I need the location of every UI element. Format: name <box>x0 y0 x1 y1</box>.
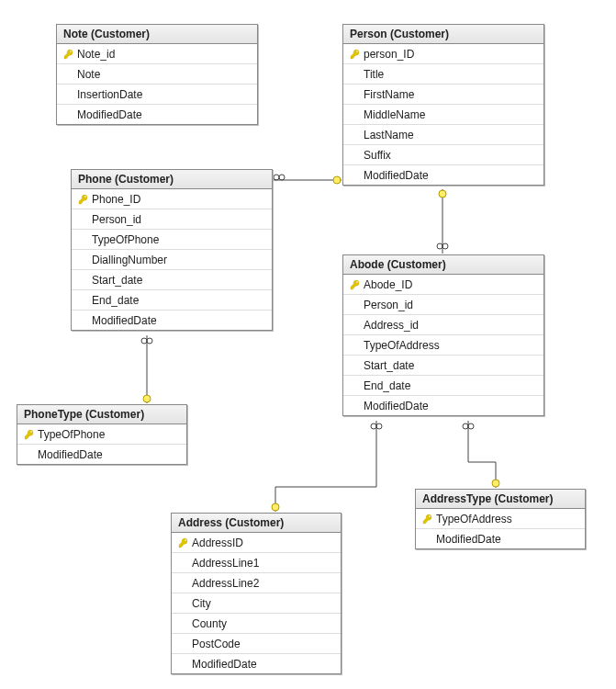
svg-point-3 <box>439 190 446 198</box>
primary-key-icon <box>75 194 92 205</box>
primary-key-icon <box>420 514 436 525</box>
column-name: TypeOfAddress <box>436 513 512 525</box>
column-row[interactable]: MiddleName <box>343 105 543 125</box>
column-row[interactable]: Title <box>343 64 543 85</box>
column-name: Start_date <box>364 359 414 372</box>
entity-note[interactable]: Note (Customer)Note_idNoteInsertionDateM… <box>56 24 258 125</box>
column-row[interactable]: Person_id <box>343 295 543 315</box>
column-name: TypeOfPhone <box>38 428 105 441</box>
column-name: End_date <box>364 379 410 392</box>
svg-point-2 <box>333 176 341 184</box>
svg-point-10 <box>376 424 382 429</box>
column-name: AddressLine2 <box>192 577 259 590</box>
entity-title: PhoneType (Customer) <box>17 405 186 424</box>
column-name: PostCode <box>192 638 241 650</box>
column-name: ModifiedDate <box>364 169 429 182</box>
entity-abode[interactable]: Abode (Customer)Abode_IDPerson_idAddress… <box>342 254 544 416</box>
column-row[interactable]: Note_id <box>57 44 257 64</box>
column-row[interactable]: DiallingNumber <box>72 250 272 270</box>
entity-title: Phone (Customer) <box>72 170 272 189</box>
column-name: Suffix <box>364 149 391 162</box>
column-row[interactable]: TypeOfPhone <box>17 424 186 445</box>
column-name: Abode_ID <box>364 278 412 291</box>
column-row[interactable]: ModifiedDate <box>57 105 257 124</box>
svg-point-0 <box>274 175 279 180</box>
column-row[interactable]: Person_id <box>72 209 272 230</box>
column-row[interactable]: AddressID <box>172 533 341 553</box>
column-name: City <box>192 597 211 610</box>
svg-point-12 <box>463 424 468 429</box>
svg-point-7 <box>147 338 152 344</box>
column-name: Address_id <box>364 319 419 332</box>
primary-key-icon <box>21 429 38 440</box>
column-name: person_ID <box>364 48 414 61</box>
column-row[interactable]: LastName <box>343 125 543 145</box>
column-name: ModifiedDate <box>436 533 501 546</box>
column-row[interactable]: Address_id <box>343 315 543 335</box>
svg-point-1 <box>279 175 285 180</box>
column-name: ModifiedDate <box>192 658 257 671</box>
primary-key-icon <box>175 537 192 548</box>
column-row[interactable]: Note <box>57 64 257 85</box>
column-name: Person_id <box>92 213 141 226</box>
column-name: AddressID <box>192 537 243 549</box>
column-name: InsertionDate <box>77 88 142 101</box>
column-row[interactable]: ModifiedDate <box>72 311 272 330</box>
column-row[interactable]: ModifiedDate <box>17 445 186 464</box>
column-row[interactable]: End_date <box>72 290 272 311</box>
column-row[interactable]: ModifiedDate <box>343 396 543 415</box>
column-name: TypeOfPhone <box>92 233 159 246</box>
column-name: Person_id <box>364 299 413 311</box>
svg-point-9 <box>371 424 376 429</box>
column-name: ModifiedDate <box>77 108 142 121</box>
column-row[interactable]: ModifiedDate <box>343 165 543 185</box>
column-name: ModifiedDate <box>38 448 103 461</box>
column-row[interactable]: AddressLine1 <box>172 553 341 573</box>
column-row[interactable]: TypeOfPhone <box>72 230 272 250</box>
svg-point-14 <box>492 480 499 487</box>
entity-phone[interactable]: Phone (Customer)Phone_IDPerson_idTypeOfP… <box>71 169 273 331</box>
column-row[interactable]: Phone_ID <box>72 189 272 209</box>
column-row[interactable]: InsertionDate <box>57 85 257 105</box>
svg-point-8 <box>143 395 151 402</box>
column-row[interactable]: AddressLine2 <box>172 573 341 593</box>
svg-point-6 <box>141 338 147 344</box>
entity-person[interactable]: Person (Customer)person_IDTitleFirstName… <box>342 24 544 186</box>
column-row[interactable]: TypeOfAddress <box>416 509 585 529</box>
column-row[interactable]: Start_date <box>343 356 543 376</box>
column-name: ModifiedDate <box>364 400 429 412</box>
column-row[interactable]: Start_date <box>72 270 272 290</box>
entity-title: Note (Customer) <box>57 25 257 44</box>
entity-phonetype[interactable]: PhoneType (Customer)TypeOfPhoneModifiedD… <box>17 404 187 465</box>
svg-point-4 <box>437 243 442 249</box>
primary-key-icon <box>347 49 364 60</box>
column-name: Phone_ID <box>92 193 140 206</box>
column-name: Title <box>364 68 384 81</box>
column-name: FirstName <box>364 88 414 101</box>
column-row[interactable]: End_date <box>343 376 543 396</box>
column-row[interactable]: PostCode <box>172 634 341 654</box>
svg-point-5 <box>442 243 448 249</box>
column-name: MiddleName <box>364 108 425 121</box>
column-row[interactable]: Suffix <box>343 145 543 165</box>
entity-title: AddressType (Customer) <box>416 490 585 509</box>
column-name: Start_date <box>92 274 142 287</box>
column-name: DiallingNumber <box>92 254 167 266</box>
column-row[interactable]: ModifiedDate <box>416 529 585 548</box>
column-row[interactable]: FirstName <box>343 85 543 105</box>
svg-point-11 <box>272 503 279 511</box>
column-row[interactable]: ModifiedDate <box>172 654 341 673</box>
entity-title: Abode (Customer) <box>343 255 543 275</box>
column-name: Note_id <box>77 48 115 61</box>
column-name: TypeOfAddress <box>364 339 440 352</box>
column-row[interactable]: TypeOfAddress <box>343 335 543 356</box>
column-row[interactable]: County <box>172 614 341 634</box>
entity-address[interactable]: Address (Customer)AddressIDAddressLine1A… <box>171 513 342 674</box>
entity-title: Person (Customer) <box>343 25 543 44</box>
column-row[interactable]: City <box>172 593 341 614</box>
column-row[interactable]: person_ID <box>343 44 543 64</box>
entity-addresstype[interactable]: AddressType (Customer)TypeOfAddressModif… <box>415 489 586 549</box>
primary-key-icon <box>61 49 77 60</box>
column-row[interactable]: Abode_ID <box>343 275 543 295</box>
column-name: Note <box>77 68 100 81</box>
